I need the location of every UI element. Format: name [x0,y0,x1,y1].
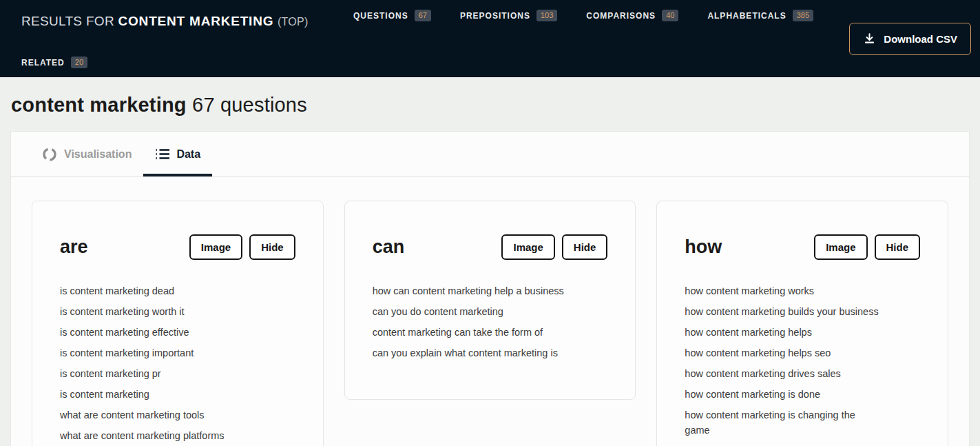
question-item: how content marketing helps [685,322,920,343]
image-button[interactable]: Image [814,234,867,260]
question-item: is content marketing [60,384,295,405]
card-heading: how [685,236,722,258]
main-panel: Visualisation Data are Image [10,131,970,446]
nav-label: QUESTIONS [353,11,408,21]
question-item: how content marketing works [685,281,920,301]
title-band: content marketing 67 questions [0,77,980,131]
card-how: how Image Hide how content marketing wor… [656,201,948,446]
card-buttons: Image Hide [501,234,607,260]
card-header: can Image Hide [373,234,608,260]
card-heading: are [60,236,88,258]
results-keyword: CONTENT MARKETING [118,14,274,28]
tab-data-label: Data [176,148,200,161]
image-button[interactable]: Image [501,234,554,260]
tab-visualisation[interactable]: Visualisation [30,132,143,176]
data-list-icon [155,148,169,160]
tab-bar: Visualisation Data [11,132,969,177]
visualisation-icon [42,147,57,162]
question-item: content marketing can take the form of [373,322,608,343]
header-nav-row2: RELATED 20 [21,57,87,68]
card-buttons: Image Hide [814,234,920,260]
nav-item-alphabeticals[interactable]: ALPHABETICALS 385 [707,10,813,21]
question-item: how content marketing is done [685,384,920,405]
question-item: can you explain what content marketing i… [373,343,608,363]
count-badge: 103 [536,10,557,21]
card-heading: can [373,236,405,258]
download-csv-button[interactable]: Download CSV [849,23,971,55]
results-scope: (TOP) [278,16,309,28]
results-prefix: RESULTS FOR [21,14,114,28]
question-item: is content marketing important [60,343,295,363]
hide-button[interactable]: Hide [562,234,608,260]
tab-visualisation-label: Visualisation [64,148,132,161]
hide-button[interactable]: Hide [249,234,295,260]
question-list: how can content marketing help a busines… [373,281,608,363]
count-badge: 67 [415,10,431,21]
question-item: how content marketing builds your busine… [685,301,920,322]
question-item: what are content marketing platforms [60,425,295,446]
question-item: is content marketing effective [60,322,295,343]
question-item: is content marketing worth it [60,301,295,322]
question-item: is content marketing pr [60,363,295,384]
question-cards: are Image Hide is content marketing dead… [11,177,969,446]
page-title-suffix: 67 questions [192,94,307,116]
question-item: how can content marketing help a busines… [373,281,608,301]
count-badge: 385 [793,10,813,21]
question-item: how content marketing is changing the ga… [685,405,861,440]
question-item: can you do content marketing [373,301,608,322]
count-badge: 40 [662,10,678,21]
download-csv-label: Download CSV [884,33,957,45]
page-title: content marketing 67 questions [11,94,969,116]
card-can: can Image Hide how can content marketing… [344,201,636,400]
question-item: how content marketing helps seo [685,343,920,363]
count-badge: 20 [71,57,87,68]
hide-button[interactable]: Hide [875,234,921,260]
question-item: what are content marketing tools [60,405,295,425]
download-icon [863,32,876,45]
nav-item-comparisons[interactable]: COMPARISONS 40 [586,10,678,21]
question-list: how content marketing works how content … [685,281,920,440]
card-buttons: Image Hide [189,234,295,260]
page-title-keyword: content marketing [11,94,187,116]
app-header: RESULTS FOR CONTENT MARKETING (TOP) QUES… [0,0,980,77]
nav-label: PREPOSITIONS [460,11,530,21]
image-button[interactable]: Image [189,234,242,260]
nav-label: COMPARISONS [586,11,656,21]
question-item: how content marketing drives sales [685,363,920,384]
results-title: RESULTS FOR CONTENT MARKETING (TOP) [21,14,309,29]
nav-item-related[interactable]: RELATED 20 [21,57,87,68]
question-list: is content marketing dead is content mar… [60,281,295,446]
header-nav: QUESTIONS 67 PREPOSITIONS 103 COMPARISON… [353,10,813,21]
nav-item-prepositions[interactable]: PREPOSITIONS 103 [460,10,557,21]
tab-data[interactable]: Data [143,132,212,176]
nav-label: RELATED [21,58,65,68]
card-header: how Image Hide [685,234,920,260]
nav-item-questions[interactable]: QUESTIONS 67 [353,10,431,21]
card-header: are Image Hide [60,234,295,260]
card-are: are Image Hide is content marketing dead… [32,201,324,446]
question-item: is content marketing dead [60,281,295,301]
nav-label: ALPHABETICALS [707,11,786,21]
